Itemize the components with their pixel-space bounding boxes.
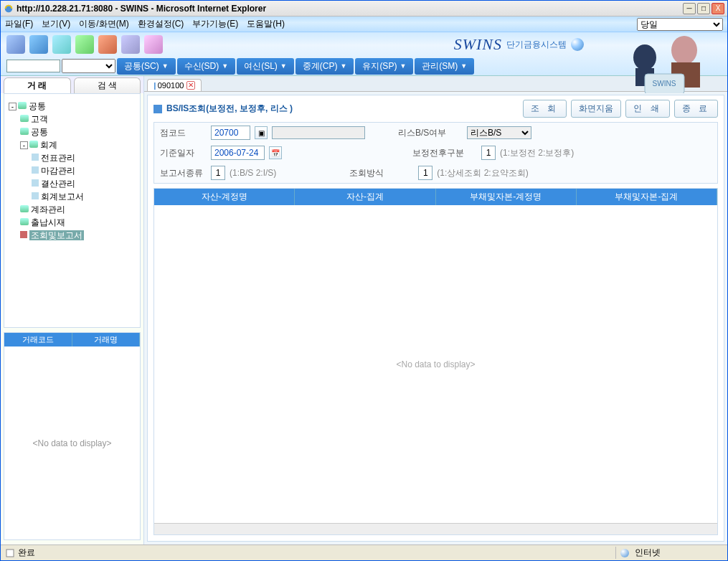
left-blank-input[interactable]: [6, 60, 60, 72]
col-asset-name[interactable]: 자산-계정명: [154, 189, 295, 205]
chevron-down-icon: ▼: [280, 62, 287, 70]
content-area: || 090100 ✕ BS/IS조회(보정전, 보정후, 리스 ) 조 회 화…: [144, 76, 727, 544]
tree[interactable]: -공통 고객 공통 -회계 전표관리 마감관리 결산관리 회계보고서: [4, 93, 141, 328]
menu-extra[interactable]: 부가기능(E): [192, 18, 238, 30]
exit-button[interactable]: 종 료: [674, 100, 718, 118]
tool-icon-4[interactable]: [75, 35, 94, 54]
minimize-button[interactable]: ─: [683, 3, 696, 14]
date-label: 기준일자: [160, 147, 207, 159]
view-label: 조회방식: [349, 167, 414, 179]
page-icon: [32, 192, 39, 199]
date-input[interactable]: [211, 146, 265, 160]
nav-admin[interactable]: 관리(SM)▼: [415, 58, 474, 75]
tab-bars-icon: ||: [153, 81, 155, 90]
folder-icon: [20, 205, 29, 212]
tree-item[interactable]: 회계보고서: [41, 192, 84, 202]
report-label: 보고서종류: [160, 167, 207, 179]
calendar-icon[interactable]: 📅: [269, 146, 282, 159]
tab-transaction[interactable]: 거 래: [4, 77, 71, 93]
tab-close-icon[interactable]: ✕: [186, 81, 195, 90]
tree-item[interactable]: 결산관리: [41, 179, 75, 189]
title-bullet-icon: [153, 105, 162, 113]
grid-empty: <No data to display>: [154, 205, 717, 523]
left-pane: 거 래 검 색 -공통 고객 공통 -회계 전표관리 마감관리: [1, 76, 144, 544]
brand-orb-icon: [571, 38, 584, 51]
folder-icon: [20, 115, 29, 122]
maximize-button[interactable]: □: [697, 3, 710, 14]
chevron-down-icon: ▼: [460, 62, 467, 70]
print-button[interactable]: 인 쇄: [625, 100, 669, 118]
tool-icon-1[interactable]: [6, 35, 25, 54]
top-area: SWINS 단기금융시스템 SWINS 공통(SC)▼ 수신(SD)▼ 여신(S…: [1, 32, 727, 76]
chevron-down-icon: ▼: [222, 62, 228, 70]
clear-button[interactable]: 화면지움: [571, 100, 621, 118]
tree-item[interactable]: 회계: [40, 140, 57, 150]
menu-help[interactable]: 도움말(H): [247, 18, 285, 30]
trade-col-code[interactable]: 거래코드: [4, 333, 72, 346]
tool-icon-2[interactable]: [29, 35, 48, 54]
form-area: 점코드 ▣ 리스B/S여부 리스B/S 기준일자 📅 보정전후구분: [153, 122, 718, 184]
nav-common[interactable]: 공통(SC)▼: [117, 58, 176, 75]
trade-empty: <No data to display>: [4, 346, 140, 539]
view-hint: (1:상세조회 2:요약조회): [437, 167, 528, 179]
status-text: 완료: [18, 547, 35, 559]
col-liab-sum[interactable]: 부채및자본-집계: [577, 189, 717, 205]
menu-move[interactable]: 이동/화면(M): [79, 18, 128, 30]
tree-item[interactable]: 전표관리: [41, 153, 75, 163]
folder-icon: [29, 141, 38, 148]
adj-label: 보정전후구분: [412, 147, 477, 159]
tree-toggle[interactable]: -: [20, 141, 28, 149]
statusbar: 완료 인터넷: [1, 544, 727, 560]
tree-toggle[interactable]: -: [9, 103, 16, 110]
branch-name-box: [272, 126, 365, 139]
branch-lookup-icon[interactable]: ▣: [255, 126, 268, 139]
lease-label: 리스B/S여부: [398, 127, 463, 139]
menu-view[interactable]: 보기(V): [42, 18, 70, 30]
col-liab-name[interactable]: 부채및자본-계정명: [436, 189, 577, 205]
doc-tab[interactable]: || 090100 ✕: [147, 79, 202, 91]
tree-root[interactable]: 공통: [29, 101, 46, 111]
col-asset-sum[interactable]: 자산-집계: [295, 189, 435, 205]
menu-config[interactable]: 환경설정(C): [138, 18, 184, 30]
adj-input[interactable]: [481, 146, 496, 160]
globe-icon: [620, 549, 629, 557]
tool-icon-5[interactable]: [98, 35, 117, 54]
lease-select[interactable]: 리스B/S: [467, 126, 531, 139]
tree-item-selected[interactable]: 조회및보고서: [29, 230, 84, 240]
view-input[interactable]: [418, 166, 432, 180]
grid-scrollbar[interactable]: [154, 523, 717, 534]
report-hint: (1:B/S 2:I/S): [230, 168, 276, 178]
tool-icon-7[interactable]: [144, 35, 163, 54]
tree-item[interactable]: 마감관리: [41, 166, 75, 176]
page-icon: [20, 231, 27, 238]
tool-icon-6[interactable]: [121, 35, 140, 54]
tab-search[interactable]: 검 색: [74, 77, 141, 93]
branch-input[interactable]: [211, 126, 250, 140]
tool-icon-3[interactable]: [52, 35, 71, 54]
brand: SWINS 단기금융시스템: [454, 35, 584, 54]
day-select[interactable]: 당일: [637, 18, 723, 31]
close-button[interactable]: X: [712, 3, 724, 14]
nav-loan[interactable]: 여신(SL)▼: [237, 58, 294, 75]
brand-sub: 단기금융시스템: [506, 39, 567, 51]
page-icon: [5, 548, 15, 558]
brand-name: SWINS: [454, 35, 502, 54]
nav-maint[interactable]: 유지(SP)▼: [355, 58, 413, 75]
tree-item[interactable]: 공통: [31, 127, 48, 137]
nav-relay[interactable]: 중계(CP)▼: [296, 58, 354, 75]
tree-item[interactable]: 출납시재: [31, 217, 65, 227]
report-input[interactable]: [211, 166, 225, 180]
nav-deposit[interactable]: 수신(SD)▼: [177, 58, 236, 75]
result-grid: 자산-계정명 자산-집계 부채및자본-계정명 부채및자본-집계 <No data…: [153, 188, 718, 535]
svg-rect-7: [6, 550, 14, 557]
tree-item[interactable]: 계좌관리: [31, 204, 65, 214]
tree-item[interactable]: 고객: [31, 114, 48, 124]
query-button[interactable]: 조 회: [523, 100, 567, 118]
left-select[interactable]: [62, 59, 115, 73]
branch-label: 점코드: [160, 127, 207, 139]
page-title: BS/IS조회(보정전, 보정후, 리스 ): [166, 103, 293, 115]
trade-col-name[interactable]: 거래명: [72, 333, 141, 346]
adj-hint: (1:보정전 2:보정후): [500, 147, 574, 159]
menu-file[interactable]: 파일(F): [5, 18, 33, 30]
chevron-down-icon: ▼: [340, 62, 346, 70]
